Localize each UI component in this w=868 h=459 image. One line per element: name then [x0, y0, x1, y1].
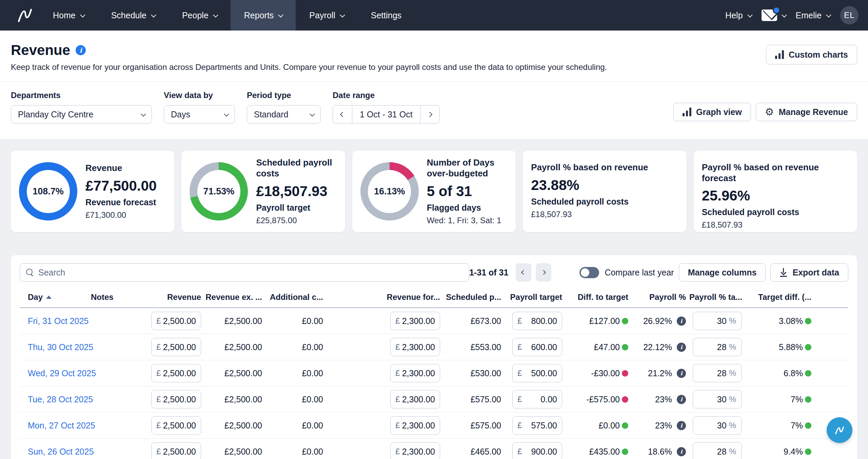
revenue-input[interactable]: £2,500.00 [151, 442, 201, 459]
day-link[interactable]: Mon, 27 Oct 2025 [20, 421, 87, 431]
kpi-card-payroll-pct-forecast: Payroll % based on revenue forecast 25.9… [694, 151, 857, 232]
chevron-down-icon [213, 12, 218, 18]
diff-value: £435.00 [589, 447, 620, 457]
revenue-forecast-input[interactable]: £2,300.00 [390, 364, 440, 382]
kpi-title: Number of Days over-budgeted [427, 157, 508, 179]
payroll-pct-target-input[interactable]: 30% [693, 390, 742, 408]
percent-suffix: % [729, 342, 736, 352]
chevron-down-icon [224, 111, 229, 117]
departments-select[interactable]: Planday City Centre [11, 105, 152, 123]
manage-revenue-button[interactable]: ⚙ Manage Revenue [756, 103, 857, 121]
export-data-button[interactable]: Export data [770, 263, 848, 282]
payroll-target-input[interactable]: £900.00 [512, 442, 562, 459]
info-icon[interactable]: i [677, 317, 686, 326]
currency-prefix: £ [395, 368, 400, 378]
avatar[interactable]: EL [840, 6, 859, 24]
view-data-by-select[interactable]: Days [164, 105, 235, 123]
target-diff-cell: 5.88% [745, 342, 811, 352]
date-range-value[interactable]: 1 Oct - 31 Oct [352, 106, 420, 123]
payroll-pct-target-input[interactable]: 28% [693, 364, 742, 382]
donut-percent: 71.53% [203, 186, 235, 197]
user-menu[interactable]: Emelie [796, 11, 830, 20]
payroll-target-input[interactable]: £600.00 [512, 338, 562, 356]
revenue-input-value: 2,500.00 [163, 316, 196, 326]
column-header-notes[interactable]: Notes [91, 292, 147, 302]
prev-page-button[interactable] [516, 263, 531, 282]
column-header-revenue-forecast[interactable]: Revenue for... [386, 292, 440, 302]
revenue-forecast-input[interactable]: £2,300.00 [390, 416, 440, 435]
filter-label: Departments [11, 91, 152, 100]
planday-logo-icon[interactable] [10, 0, 39, 31]
info-icon[interactable]: i [677, 343, 686, 352]
revenue-input[interactable]: £2,500.00 [151, 390, 201, 408]
day-link[interactable]: Fri, 31 Oct 2025 [20, 316, 87, 326]
info-icon[interactable]: i [677, 369, 686, 378]
diff-to-target-cell: -£30.00 [566, 368, 628, 378]
nav-item-people[interactable]: People [169, 0, 231, 31]
custom-charts-button[interactable]: Custom charts [766, 45, 857, 64]
nav-item-label: Reports [244, 11, 274, 20]
nav-item-reports[interactable]: Reports [231, 0, 296, 31]
nav-item-schedule[interactable]: Schedule [98, 0, 169, 31]
day-link[interactable]: Thu, 30 Oct 2025 [20, 342, 87, 352]
nav-item-settings[interactable]: Settings [357, 0, 415, 31]
nav-item-payroll[interactable]: Payroll [296, 0, 357, 31]
date-range-prev-button[interactable] [333, 106, 352, 123]
envelope-icon [762, 9, 777, 21]
day-link[interactable]: Tue, 28 Oct 2025 [20, 395, 87, 404]
nav-item-home[interactable]: Home [39, 0, 98, 31]
payroll-pct-target-input[interactable]: 28% [693, 442, 742, 459]
day-link[interactable]: Sun, 26 Oct 2025 [20, 447, 87, 457]
manage-columns-button[interactable]: Manage columns [679, 263, 766, 282]
payroll-target-input[interactable]: £575.00 [512, 416, 562, 435]
currency-prefix: £ [156, 395, 161, 404]
column-header-payroll-target[interactable]: Payroll target [505, 292, 562, 302]
donut-percent: 16.13% [374, 186, 405, 197]
column-header-payroll-pct[interactable]: Payroll % [632, 292, 686, 302]
currency-prefix: £ [395, 447, 400, 456]
forecast-input-value: 2,300.00 [402, 368, 435, 378]
column-header-day[interactable]: Day [20, 292, 87, 302]
payroll-pct-target-input[interactable]: 30% [693, 312, 742, 330]
payroll-pct-target-input[interactable]: 30% [693, 416, 742, 435]
payroll-target-input[interactable]: £0.00 [512, 390, 562, 408]
column-header-target-diff[interactable]: Target diff. (... [745, 292, 811, 302]
target-diff-value: 6.8% [784, 368, 803, 378]
payroll-target-input[interactable]: £800.00 [512, 312, 562, 330]
revenue-input[interactable]: £2,500.00 [151, 364, 201, 382]
next-page-button[interactable] [536, 263, 551, 282]
period-type-select[interactable]: Standard [247, 105, 321, 123]
column-header-payroll-pct-target[interactable]: Payroll % ta... [689, 292, 742, 302]
additional-cost-cell: £0.00 [265, 368, 323, 378]
column-header-scheduled-payroll[interactable]: Scheduled p... [443, 292, 501, 302]
column-header-revenue[interactable]: Revenue [150, 292, 201, 302]
messages-menu[interactable] [762, 9, 786, 21]
info-icon[interactable]: i [677, 421, 686, 430]
revenue-input[interactable]: £2,500.00 [151, 312, 201, 330]
day-link[interactable]: Wed, 29 Oct 2025 [20, 368, 87, 378]
payroll-pct-value: 18.6% [648, 447, 672, 457]
revenue-input[interactable]: £2,500.00 [151, 338, 201, 356]
column-header-revenue-ex[interactable]: Revenue ex. ... [204, 292, 262, 302]
info-icon[interactable]: i [76, 45, 86, 55]
info-icon[interactable]: i [677, 395, 686, 404]
search-input[interactable] [38, 268, 463, 278]
diff-value: £47.00 [594, 342, 620, 352]
table-row: Tue, 28 Oct 2025 £2,500.00 £2,500.00 £0.… [20, 386, 848, 413]
info-icon[interactable]: i [677, 447, 686, 456]
revenue-ex-cell: £2,500.00 [204, 421, 262, 431]
payroll-target-input[interactable]: £500.00 [512, 364, 562, 382]
column-header-diff-to-target[interactable]: Diff. to target [566, 292, 628, 302]
revenue-input[interactable]: £2,500.00 [151, 416, 201, 435]
graph-view-button[interactable]: Graph view [673, 103, 751, 121]
date-range-next-button[interactable] [420, 106, 439, 123]
revenue-forecast-input[interactable]: £2,300.00 [390, 312, 440, 330]
help-menu[interactable]: Help [725, 11, 751, 20]
revenue-forecast-input[interactable]: £2,300.00 [390, 390, 440, 408]
planday-assistant-button[interactable] [827, 417, 852, 443]
revenue-forecast-input[interactable]: £2,300.00 [390, 442, 440, 459]
compare-last-year-toggle[interactable] [579, 267, 599, 278]
payroll-pct-target-input[interactable]: 28% [693, 338, 742, 356]
revenue-forecast-input[interactable]: £2,300.00 [390, 338, 440, 356]
column-header-additional[interactable]: Additional c... [265, 292, 323, 302]
